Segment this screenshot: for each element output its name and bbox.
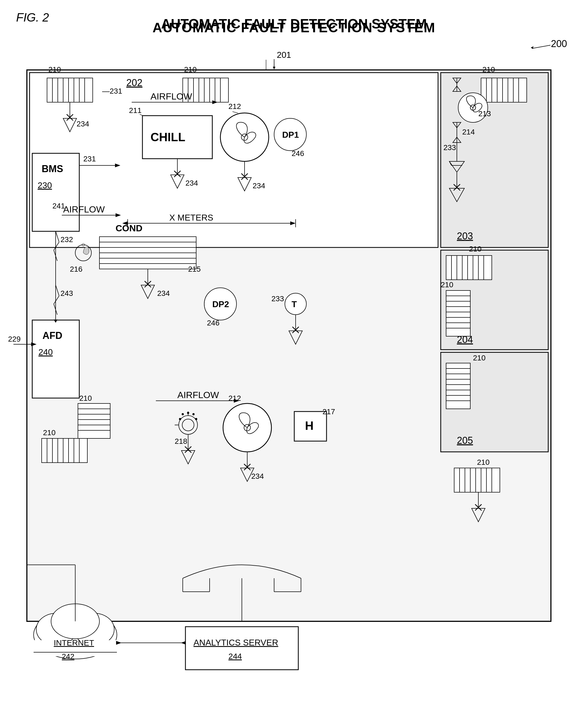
- svg-text:AFD: AFD: [42, 330, 62, 341]
- svg-line-187: [241, 173, 248, 180]
- svg-point-236: [51, 604, 100, 639]
- page-title: AUTOMATIC FAULT DETECTION SYSTEM: [161, 16, 427, 32]
- svg-point-157: [195, 418, 197, 420]
- svg-rect-10: [441, 73, 548, 247]
- svg-marker-199: [181, 451, 195, 464]
- svg-text:AIRFLOW: AIRFLOW: [63, 204, 105, 214]
- svg-text:233: 233: [271, 295, 284, 303]
- svg-line-197: [185, 447, 191, 453]
- svg-marker-216: [289, 331, 302, 344]
- svg-rect-49: [446, 255, 492, 280]
- svg-marker-242: [116, 641, 122, 645]
- svg-marker-4: [531, 46, 534, 49]
- svg-text:234: 234: [253, 182, 265, 190]
- svg-text:ANALYTICS SERVER: ANALYTICS SERVER: [193, 638, 278, 648]
- svg-text:DP2: DP2: [212, 300, 229, 309]
- svg-text:210: 210: [43, 429, 56, 437]
- svg-text:243: 243: [60, 289, 73, 298]
- svg-point-155: [187, 412, 189, 414]
- svg-point-121: [458, 93, 488, 122]
- svg-text:230: 230: [38, 181, 52, 190]
- svg-point-106: [241, 134, 248, 140]
- svg-marker-169: [234, 399, 239, 402]
- svg-marker-128: [453, 122, 461, 128]
- svg-line-225: [54, 296, 59, 304]
- svg-rect-76: [42, 438, 87, 463]
- svg-point-145: [82, 243, 85, 246]
- svg-point-105: [220, 113, 269, 161]
- svg-rect-40: [481, 78, 527, 102]
- svg-line-210: [454, 184, 460, 191]
- svg-rect-31: [183, 78, 229, 102]
- svg-text:—231: —231: [102, 87, 122, 95]
- svg-line-215: [292, 327, 299, 333]
- svg-rect-14: [441, 352, 548, 452]
- svg-marker-243: [181, 641, 186, 645]
- svg-text:242: 242: [62, 652, 75, 661]
- svg-text:232: 232: [60, 235, 73, 244]
- svg-line-108: [233, 112, 238, 113]
- svg-text:234: 234: [185, 179, 198, 187]
- svg-marker-125: [453, 78, 461, 83]
- svg-text:210: 210: [473, 354, 486, 362]
- svg-text:AIRFLOW: AIRFLOW: [150, 91, 192, 101]
- svg-marker-132: [449, 161, 464, 172]
- svg-line-183: [174, 171, 181, 177]
- svg-text:212: 212: [229, 394, 241, 402]
- svg-rect-237: [34, 640, 117, 656]
- svg-text:INTERNET: INTERNET: [54, 638, 94, 647]
- svg-marker-208: [472, 508, 485, 522]
- svg-text:211: 211: [129, 106, 142, 115]
- svg-text:210: 210: [48, 66, 61, 74]
- svg-text:240: 240: [38, 347, 53, 357]
- svg-marker-165: [116, 213, 121, 217]
- svg-marker-218: [115, 163, 120, 167]
- svg-rect-244: [185, 627, 298, 670]
- svg-marker-162: [212, 100, 218, 104]
- svg-line-201: [244, 464, 251, 470]
- svg-text:200: 200: [551, 38, 567, 49]
- svg-text:201: 201: [277, 50, 291, 60]
- svg-text:H: H: [305, 419, 314, 432]
- svg-point-110: [244, 425, 251, 431]
- svg-point-112: [274, 118, 306, 151]
- svg-line-134: [449, 161, 451, 165]
- svg-text:210: 210: [469, 245, 481, 253]
- svg-marker-189: [238, 178, 251, 191]
- svg-rect-16: [32, 153, 79, 231]
- svg-rect-8: [27, 70, 551, 621]
- svg-point-158: [179, 418, 181, 420]
- svg-line-222: [54, 250, 57, 261]
- svg-text:205: 205: [457, 435, 473, 446]
- svg-text:210: 210: [441, 280, 453, 289]
- svg-line-178: [66, 114, 73, 120]
- zone-202-label: 202: [126, 77, 142, 88]
- svg-rect-9: [29, 73, 438, 247]
- svg-rect-94: [78, 403, 110, 438]
- svg-text:246: 246: [292, 149, 304, 157]
- svg-point-144: [75, 245, 91, 261]
- svg-text:218: 218: [175, 437, 187, 445]
- svg-text:BMS: BMS: [42, 163, 63, 174]
- svg-text:234: 234: [77, 120, 89, 128]
- svg-point-154: [182, 413, 184, 415]
- svg-line-211: [454, 184, 460, 191]
- svg-line-193: [145, 281, 151, 287]
- svg-text:X METERS: X METERS: [169, 213, 213, 222]
- svg-line-226: [54, 304, 57, 315]
- svg-text:214: 214: [462, 128, 475, 136]
- svg-text:210: 210: [482, 66, 495, 74]
- svg-rect-12: [441, 250, 548, 350]
- svg-text:246: 246: [207, 319, 219, 327]
- svg-line-198: [185, 447, 191, 453]
- svg-point-122: [470, 105, 476, 110]
- svg-text:215: 215: [188, 265, 201, 273]
- svg-text:210: 210: [477, 458, 490, 466]
- svg-text:T: T: [292, 300, 297, 309]
- svg-text:233: 233: [443, 143, 456, 152]
- svg-marker-171: [122, 221, 128, 225]
- svg-text:213: 213: [478, 109, 491, 118]
- svg-rect-58: [446, 290, 470, 336]
- svg-rect-137: [100, 237, 196, 269]
- svg-marker-229: [31, 342, 36, 346]
